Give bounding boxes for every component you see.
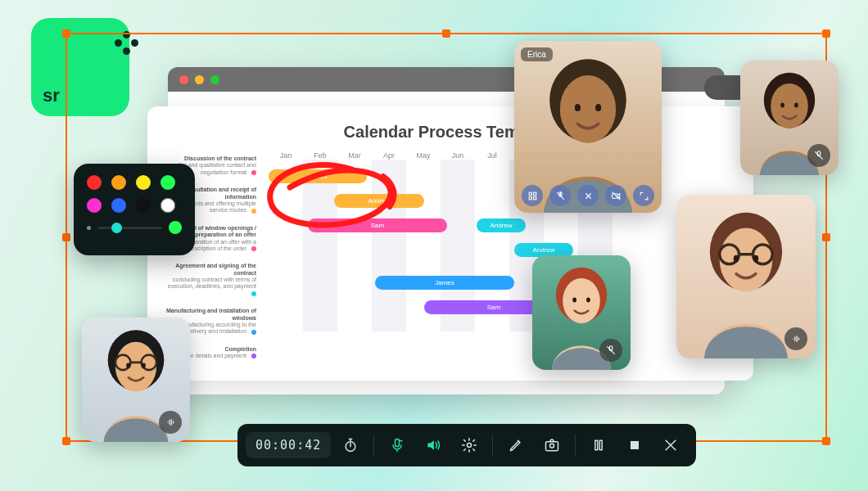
app-logo-tile: sr <box>31 18 129 116</box>
resize-handle[interactable] <box>62 437 70 445</box>
participant-name: Erica <box>521 47 553 61</box>
color-palette-popup[interactable] <box>74 164 195 255</box>
month-label: Feb <box>303 151 337 160</box>
mic-muted-icon <box>807 144 830 167</box>
settings-button[interactable] <box>453 429 486 462</box>
document-card: Calendar Process Template JanFebMarAprMa… <box>147 106 753 381</box>
resize-handle[interactable] <box>822 233 830 241</box>
recording-timer: 00:00:42 <box>246 432 331 458</box>
recorder-toolbar[interactable]: 00:00:42 <box>237 424 696 466</box>
stop-button[interactable] <box>618 429 651 462</box>
mic-button[interactable] <box>381 429 414 462</box>
slider-track[interactable] <box>97 227 162 229</box>
divider <box>492 435 493 456</box>
svg-point-4 <box>595 104 601 111</box>
video-off-button[interactable] <box>605 185 626 206</box>
legend-item: Agreement and signing of the contractcon… <box>162 263 256 297</box>
svg-rect-44 <box>631 441 639 449</box>
window-zoom-icon[interactable] <box>210 75 219 84</box>
svg-point-15 <box>794 102 798 107</box>
color-swatch[interactable] <box>136 175 151 190</box>
resize-handle[interactable] <box>822 29 830 38</box>
month-label: May <box>406 151 441 160</box>
color-swatch[interactable] <box>87 175 102 190</box>
svg-point-36 <box>142 363 146 369</box>
layout-grid-button[interactable] <box>522 185 543 206</box>
resize-handle[interactable] <box>442 29 450 38</box>
color-swatch[interactable] <box>136 198 151 213</box>
expand-button[interactable] <box>633 185 654 206</box>
svg-point-26 <box>563 278 600 323</box>
month-label: Apr <box>372 151 406 160</box>
svg-rect-8 <box>533 196 536 199</box>
pause-button[interactable] <box>582 429 615 462</box>
color-swatch[interactable] <box>111 198 126 213</box>
window-minimize-icon[interactable] <box>195 75 204 84</box>
mute-mic-button[interactable] <box>549 185 571 206</box>
host-controls <box>522 185 654 206</box>
svg-point-13 <box>771 83 808 128</box>
svg-point-28 <box>586 297 590 302</box>
audio-active-icon <box>159 411 182 434</box>
svg-point-32 <box>115 342 156 392</box>
mic-muted-icon <box>599 339 622 362</box>
svg-rect-40 <box>546 442 558 451</box>
resize-handle[interactable] <box>822 437 830 445</box>
svg-rect-6 <box>533 192 536 195</box>
svg-point-14 <box>780 102 784 107</box>
participant-tile[interactable] <box>532 255 631 370</box>
color-swatch[interactable] <box>111 175 126 190</box>
size-min-icon <box>87 226 91 230</box>
participant-tile[interactable] <box>82 318 190 442</box>
svg-point-3 <box>575 104 581 111</box>
brush-size-slider[interactable] <box>87 221 182 234</box>
gantt-bar[interactable]: Andrew <box>477 218 526 232</box>
participant-tile[interactable] <box>676 195 816 358</box>
size-max-icon <box>169 221 182 234</box>
participant-tile[interactable] <box>740 61 839 175</box>
svg-point-39 <box>468 444 472 448</box>
remove-participant-button[interactable] <box>577 185 599 206</box>
svg-rect-5 <box>529 192 531 195</box>
audio-active-icon <box>784 327 807 350</box>
month-label: Jul <box>475 151 509 160</box>
month-label: Mar <box>337 151 372 160</box>
divider <box>373 435 374 456</box>
svg-rect-38 <box>396 439 400 447</box>
svg-point-22 <box>734 255 739 263</box>
slider-thumb[interactable] <box>111 223 122 233</box>
svg-point-2 <box>560 75 616 143</box>
resize-handle[interactable] <box>62 233 70 241</box>
svg-point-41 <box>550 444 554 448</box>
volume-button[interactable] <box>417 429 450 462</box>
window-close-icon[interactable] <box>179 75 188 84</box>
gantt-bar[interactable]: Sam <box>308 218 447 232</box>
divider <box>575 435 576 456</box>
color-swatch[interactable] <box>160 198 175 213</box>
stopwatch-button[interactable] <box>334 429 367 462</box>
color-swatch[interactable] <box>160 175 175 190</box>
gantt-bar[interactable]: James <box>375 276 514 290</box>
annotate-button[interactable] <box>500 429 532 462</box>
participant-tile-host[interactable]: Erica <box>514 41 662 213</box>
svg-point-27 <box>572 297 576 302</box>
screenshot-button[interactable] <box>536 429 568 462</box>
svg-point-19 <box>720 228 773 292</box>
svg-rect-43 <box>600 440 603 450</box>
gantt-bar[interactable]: James <box>269 169 367 183</box>
gantt-bar[interactable]: Andrew <box>334 194 424 208</box>
svg-rect-42 <box>595 440 598 450</box>
svg-rect-7 <box>529 196 531 199</box>
color-swatch[interactable] <box>87 198 102 213</box>
svg-point-35 <box>126 363 130 369</box>
month-label: Jun <box>441 151 475 160</box>
month-label: Jan <box>269 151 303 160</box>
close-button[interactable] <box>654 429 687 462</box>
logo-text: sr <box>43 85 60 106</box>
svg-point-23 <box>753 255 759 263</box>
